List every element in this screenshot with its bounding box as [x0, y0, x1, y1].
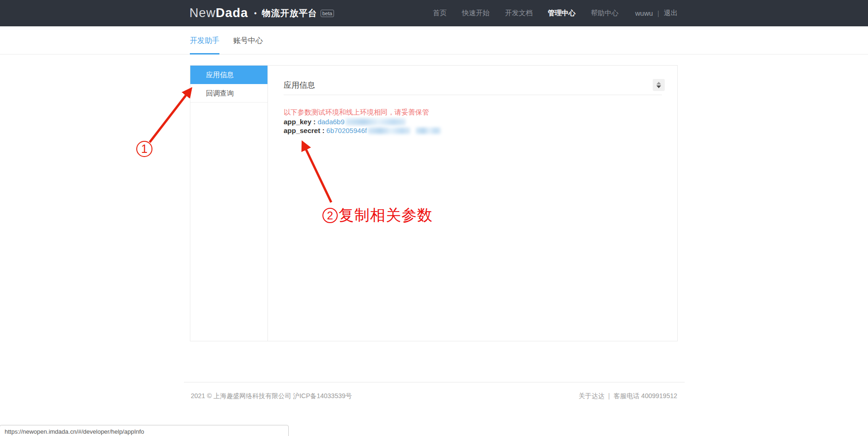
user-divider: |: [657, 10, 659, 17]
logo-new: New: [189, 6, 216, 20]
redacted-app-key: [346, 119, 406, 125]
nav-item-home[interactable]: 首页: [433, 9, 447, 18]
tabs: 开发助手 账号中心: [190, 26, 277, 54]
logo-dot-icon: •: [254, 9, 257, 18]
header-nav: 首页 快速开始 开发文档 管理中心 帮助中心 wuwu | 退出: [418, 0, 678, 26]
annotation-step-2-label: 复制相关参数: [339, 205, 433, 226]
param-row-app-key: app_key : dada6b9: [284, 117, 441, 126]
top-navbar: NewDada • 物流开放平台 beta 首页 快速开始 开发文档 管理中心 …: [0, 0, 868, 26]
content-area: 应用信息 以下参数测试环境和线上环境相同，请妥善保管 app_key : dad…: [268, 66, 677, 341]
tab-bar: 开发助手 账号中心: [0, 26, 868, 54]
app-secret-colon: :: [320, 127, 326, 134]
page-title: 应用信息: [284, 80, 315, 91]
logo-subtitle: 物流开放平台: [262, 7, 317, 19]
logo-dada: Dada: [216, 6, 248, 20]
footer-about-link[interactable]: 关于达达: [579, 392, 605, 400]
sidebar-item-app-info[interactable]: 应用信息: [190, 66, 267, 84]
footer-phone: 客服电话 4009919512: [613, 392, 677, 400]
annotation-step-2-badge: 2: [322, 208, 338, 223]
nav-item-admin-center[interactable]: 管理中心: [548, 9, 576, 18]
app-key-label: app_key: [284, 118, 311, 126]
tab-account-center[interactable]: 账号中心: [233, 26, 263, 54]
username[interactable]: wuwu: [635, 9, 653, 17]
nav-item-docs[interactable]: 开发文档: [505, 9, 533, 18]
params-block: app_key : dada6b9 app_secret : 6b7020594…: [284, 117, 441, 135]
redacted-app-secret-1: [368, 127, 410, 134]
browser-status-url: https://newopen.imdada.cn/#/developer/he…: [0, 425, 289, 436]
app-key-colon: :: [311, 118, 317, 126]
logout-link[interactable]: 退出: [664, 9, 678, 18]
footer-separator: |: [608, 392, 610, 400]
user-area: wuwu | 退出: [635, 9, 678, 18]
nav-item-help-center[interactable]: 帮助中心: [591, 9, 619, 18]
beta-badge: beta: [321, 10, 334, 17]
sidebar-item-callback-query[interactable]: 回调查询: [190, 84, 267, 103]
app-secret-label: app_secret: [284, 127, 320, 134]
sidebar: 应用信息 回调查询: [190, 66, 268, 341]
footer-links: 关于达达|客服电话 4009919512: [579, 392, 677, 400]
footer-divider: [184, 382, 685, 382]
footer-copyright: 2021 © 上海趣盛网络科技有限公司 沪ICP备14033539号: [191, 392, 352, 400]
logo[interactable]: NewDada • 物流开放平台 beta: [189, 0, 334, 26]
arrow-up-icon: [656, 82, 661, 85]
annotation-arrow-1: [150, 90, 190, 142]
collapse-stepper-icon[interactable]: [653, 79, 665, 91]
app-key-value: dada6b9: [317, 118, 344, 126]
main-panel: 应用信息 回调查询 应用信息 以下参数测试环境和线上环境相同，请妥善保管 app…: [190, 65, 678, 341]
tab-developer-assistant[interactable]: 开发助手: [190, 26, 219, 54]
redacted-app-secret-2: [416, 127, 441, 134]
page: NewDada • 物流开放平台 beta 首页 快速开始 开发文档 管理中心 …: [0, 0, 868, 436]
arrow-down-icon: [656, 85, 661, 88]
annotation-step-2: 2 复制相关参数: [322, 205, 433, 226]
app-secret-value: 6b70205946f: [327, 127, 367, 134]
annotation-step-1-badge: 1: [136, 141, 152, 157]
param-row-app-secret: app_secret : 6b70205946f: [284, 126, 441, 135]
title-divider: [284, 95, 662, 95]
warning-text: 以下参数测试环境和线上环境相同，请妥善保管: [284, 108, 429, 117]
nav-item-quickstart[interactable]: 快速开始: [462, 9, 490, 18]
